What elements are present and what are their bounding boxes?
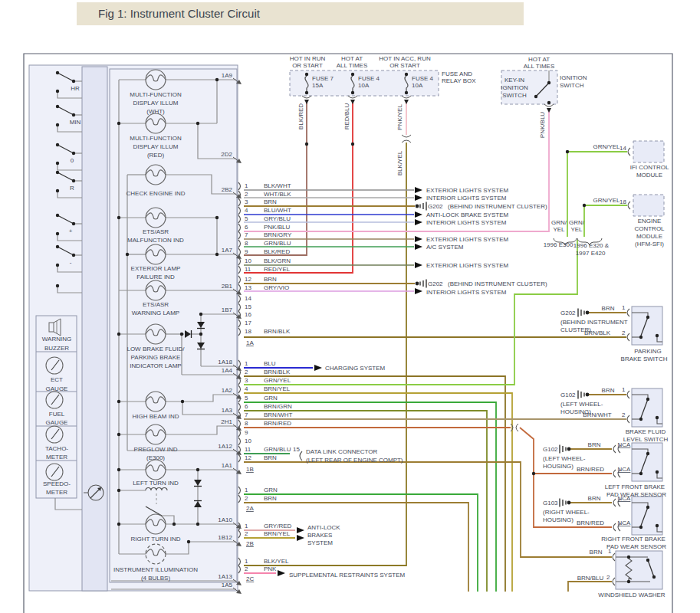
label-brn-blk: BRN/BLK	[584, 329, 611, 336]
pin-bracket	[238, 328, 241, 336]
label-1: 1	[245, 523, 248, 529]
pin-bracket	[238, 224, 241, 231]
junction-dot	[56, 162, 59, 165]
junction-dot	[117, 523, 120, 526]
pin-bracket	[238, 495, 241, 503]
pin-bracket	[238, 558, 241, 565]
pin-bracket	[238, 565, 241, 573]
label-brn-red: BRN/RED	[264, 420, 291, 427]
down-arrow	[547, 108, 551, 113]
label-1a9: 1A9	[222, 72, 233, 79]
pin-bracket	[238, 487, 241, 494]
ground-dot	[567, 501, 571, 505]
junction-dot	[305, 73, 308, 76]
junction-dot	[351, 73, 354, 76]
label-1a7: 1A7	[222, 247, 233, 254]
label-fuse-4: FUSE 4	[412, 75, 434, 82]
label-1a1: 1A1	[222, 462, 233, 469]
junction-dot	[56, 245, 59, 248]
label-4: 4	[245, 385, 248, 392]
junction-dot	[72, 179, 75, 182]
label-1: 1	[245, 558, 248, 565]
label-pad-wear-sensor: PAD WEAR SENSOR	[606, 543, 666, 550]
junction-dot	[117, 400, 120, 403]
label-1: 1	[245, 182, 248, 189]
label-module: MODULE	[636, 172, 662, 179]
label-15: 15	[293, 446, 300, 453]
junction-dot	[117, 216, 120, 219]
label-red-blu: RED/BLU	[343, 103, 350, 129]
label-high-beam-ind: HIGH BEAM IND	[133, 413, 179, 420]
label-1a2: 1A2	[222, 387, 233, 394]
pin-bracket	[238, 295, 241, 303]
label-ignition: IGNITION	[501, 84, 528, 91]
label-anti-lock-brake-system: ANTI-LOCK BRAKE SYSTEM	[426, 211, 508, 218]
junction-dot	[72, 152, 75, 155]
label-15a: 15A	[312, 82, 324, 89]
label-housing-: HOUSING)	[543, 463, 573, 470]
label-5: 5	[245, 395, 248, 402]
pin-connector	[627, 309, 629, 316]
label-brn: BRN	[264, 276, 277, 283]
label-grn-yel: GRN/YEL	[264, 377, 291, 384]
label-2: 2	[245, 530, 248, 537]
label-g202: G202	[428, 280, 443, 287]
label-2: 2	[245, 369, 248, 375]
junction-dot	[405, 91, 408, 94]
label-g103: G103	[543, 500, 558, 506]
label-brn: BRN	[264, 454, 277, 461]
label-or-start: OR START	[292, 62, 323, 69]
destination-arrow	[415, 262, 422, 268]
pin-bracket	[238, 360, 241, 368]
label-g102: G102	[560, 392, 576, 398]
switch-dot	[646, 452, 649, 455]
label--behind-instrument: (BEHIND INSTRUMENT	[560, 319, 628, 326]
label-gry-red: GRY/RED	[264, 523, 292, 529]
washer-dot	[646, 559, 649, 562]
label-g202: G202	[560, 310, 576, 316]
junction-dot	[215, 216, 219, 219]
washer-dot	[627, 556, 630, 559]
label-all-times: ALL TIMES	[337, 62, 367, 69]
label-tacho-: TACHO-	[45, 445, 68, 452]
figure-page: Fig 1: Instrument Cluster Circuit HOT IN…	[0, 0, 700, 613]
pin-connector	[300, 451, 302, 461]
junction-dot	[117, 489, 120, 492]
junction-dot	[56, 71, 59, 74]
label-13: 13	[245, 284, 251, 291]
label-interior-lights-system: INTERIOR LIGHTS SYSTEM	[426, 289, 507, 296]
label-right-front-brake: RIGHT FRONT BRAKE	[601, 536, 665, 543]
junction-dot	[56, 232, 59, 235]
pin-bracket	[238, 182, 241, 190]
label-windshield-washer: WINDSHIELD WASHER	[598, 592, 665, 598]
label-gry-blu: GRY/BLU	[264, 215, 291, 222]
label-blk-red: BLK/RED	[297, 103, 304, 129]
label-1b12: 1B12	[218, 534, 232, 541]
pin-connector	[613, 499, 616, 506]
pin-bracket	[238, 438, 241, 445]
label-1a12: 1A12	[218, 443, 232, 450]
label-4: 4	[245, 207, 248, 214]
junction-dot	[56, 189, 59, 192]
label-0: 0	[71, 157, 74, 164]
label-brn: BRN	[264, 495, 277, 502]
destination-arrow	[297, 527, 304, 533]
label-blk-red: BLK/RED	[264, 248, 290, 255]
junction-dot	[405, 73, 408, 76]
label-2: 2	[245, 191, 248, 198]
junction-dot	[305, 143, 308, 146]
label-ect: ECT	[51, 376, 63, 383]
destination-arrow	[415, 236, 422, 242]
label-2b2: 2B2	[222, 186, 233, 193]
label-anti-lock: ANTI-LOCK	[307, 524, 340, 531]
label--behind-instrument-cluster-: (BEHIND INSTRUMENT CLUSTER)	[448, 280, 547, 287]
junction-dot	[173, 523, 176, 526]
junction-dot	[199, 333, 202, 336]
pin-bracket	[238, 207, 241, 215]
label-hr: HR	[71, 85, 80, 92]
label-blk-yel: BLK/YEL	[264, 558, 289, 565]
label-housing-: HOUSING)	[543, 516, 573, 523]
junction-dot	[56, 123, 59, 126]
label-brn: BRN	[602, 305, 615, 312]
label-exterior-lamp: EXTERIOR LAMP	[131, 265, 181, 272]
